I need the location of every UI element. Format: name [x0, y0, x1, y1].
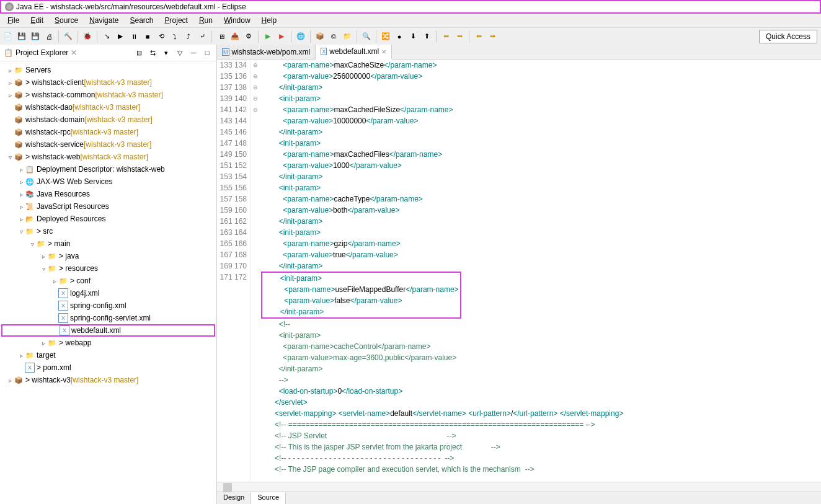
- expand-icon[interactable]: ▿: [40, 265, 47, 272]
- step-over-icon[interactable]: ⤴: [183, 31, 194, 42]
- tree-item[interactable]: ▹📋Deployment Descriptor: wishstack-web: [1, 163, 215, 175]
- code-line[interactable]: <param-name>cacheControl</param-name>: [262, 341, 821, 352]
- menu-navigate[interactable]: Navigate: [84, 15, 123, 26]
- code-line[interactable]: <!-- - - - - - - - - - - - - - - - - - -…: [262, 453, 821, 464]
- new-folder-icon[interactable]: 📁: [342, 31, 353, 42]
- bottom-tab-design[interactable]: Design: [217, 492, 251, 504]
- forward-icon[interactable]: ➡: [454, 31, 465, 42]
- tree-item[interactable]: Xspring-config-servlet.xml: [1, 312, 215, 324]
- quick-access-field[interactable]: Quick Access: [759, 30, 817, 43]
- tree-item[interactable]: ▿📦> wishstack-web [wishtack-v3 master]: [1, 151, 215, 163]
- code-line[interactable]: <param-value>256000000</param-value>: [262, 71, 821, 82]
- code-line[interactable]: <load-on-startup>0</load-on-startup>: [262, 386, 821, 397]
- code-line[interactable]: <param-name>gzip</param-name>: [262, 238, 821, 249]
- new-server-icon[interactable]: 🌐: [295, 31, 306, 42]
- scrollbar-thumb[interactable]: [223, 483, 232, 492]
- code-line[interactable]: </init-param>: [262, 363, 821, 374]
- menu-window[interactable]: Window: [219, 15, 255, 26]
- skip-icon[interactable]: ↘: [101, 31, 112, 42]
- code-line[interactable]: <param-value>1000</param-value>: [262, 160, 821, 171]
- expand-icon[interactable]: ▹: [17, 166, 25, 173]
- expand-icon[interactable]: ▹: [17, 191, 25, 198]
- tree-item[interactable]: 📦wishstack-rpc [wishtack-v3 master]: [1, 126, 215, 138]
- nav-forward-icon[interactable]: ➡: [487, 31, 498, 42]
- git-commit-icon[interactable]: ●: [394, 31, 405, 42]
- tree-item[interactable]: X> pom.xml: [1, 361, 215, 374]
- editor-tab[interactable]: Mwishstack-web/pom.xml: [217, 45, 316, 59]
- code-line[interactable]: <param-name>maxCachedFileSize</param-nam…: [262, 104, 821, 115]
- print-icon[interactable]: 🖨: [43, 31, 55, 42]
- code-line[interactable]: <init-param>: [262, 330, 821, 341]
- focus-icon[interactable]: ▾: [161, 47, 172, 58]
- gear-icon[interactable]: ⚙: [243, 31, 254, 42]
- server-icon[interactable]: 🖥: [216, 31, 227, 42]
- tree-item[interactable]: ▹📁target: [1, 349, 215, 361]
- tree-item[interactable]: 📦wishstack-service [wishtack-v3 master]: [1, 138, 215, 151]
- tree-item[interactable]: ▿📁> resources: [1, 262, 215, 275]
- expand-icon[interactable]: ▹: [17, 216, 25, 223]
- tree-item[interactable]: ▿📁> src: [1, 225, 215, 237]
- code-content[interactable]: <param-name>maxCacheSize</param-name> <p…: [260, 60, 821, 482]
- debug-icon[interactable]: 🐞: [82, 31, 93, 42]
- tree-item[interactable]: Xwebdefault.xml: [1, 324, 215, 337]
- git-icon[interactable]: 🔀: [380, 31, 391, 42]
- code-line[interactable]: <param-value>10000000</param-value>: [262, 115, 821, 126]
- code-line[interactable]: <init-param>: [262, 227, 821, 238]
- step-into-icon[interactable]: ⤵: [169, 31, 180, 42]
- code-line[interactable]: <param-value>true</param-value>: [262, 249, 821, 260]
- expand-icon[interactable]: ▹: [17, 203, 25, 210]
- run-last-icon[interactable]: ▶: [276, 31, 287, 42]
- search-icon[interactable]: 🔍: [361, 31, 372, 42]
- code-line[interactable]: <!--: [262, 319, 821, 330]
- expand-icon[interactable]: ▹: [6, 79, 14, 86]
- tree-item[interactable]: ▹📁> java: [1, 250, 215, 262]
- menu-project[interactable]: Project: [160, 15, 193, 26]
- code-editor[interactable]: 133 134 135 136 137 138 139 140 141 142 …: [217, 60, 821, 482]
- tree-item[interactable]: ▹📁Servers: [1, 64, 215, 76]
- stop-icon[interactable]: ■: [142, 31, 153, 42]
- tree-item[interactable]: ▿📁> main: [1, 237, 215, 250]
- horizontal-scrollbar[interactable]: [217, 482, 821, 492]
- tree-item[interactable]: ▹🌐JAX-WS Web Services: [1, 175, 215, 188]
- expand-icon[interactable]: ▿: [6, 154, 14, 161]
- save-icon[interactable]: 💾: [16, 31, 27, 42]
- new-package-icon[interactable]: 📦: [314, 31, 326, 42]
- tree-item[interactable]: 📦wishstack-domain [wishtack-v3 master]: [1, 113, 215, 126]
- code-line[interactable]: <!-- This is the jasper JSP servlet from…: [262, 441, 821, 453]
- tree-item[interactable]: ▹📦> wishtack-v3 [wishtack-v3 master]: [1, 374, 215, 386]
- menu-search[interactable]: Search: [125, 15, 158, 26]
- menu-source[interactable]: Source: [50, 15, 83, 26]
- resume-icon[interactable]: ▶: [115, 31, 126, 42]
- tree-item[interactable]: 📦wishstack-dao [wishtack-v3 master]: [1, 101, 215, 113]
- pause-icon[interactable]: ⏸: [128, 31, 140, 42]
- git-push-icon[interactable]: ⬆: [421, 31, 432, 42]
- code-line[interactable]: </init-param>: [262, 82, 821, 93]
- code-line[interactable]: </init-param>: [264, 306, 459, 317]
- git-pull-icon[interactable]: ⬇: [407, 31, 419, 42]
- menu-run[interactable]: Run: [194, 15, 218, 26]
- link-editor-icon[interactable]: ⇆: [147, 47, 158, 58]
- code-line[interactable]: <init-param>: [262, 93, 821, 104]
- maximize-icon[interactable]: □: [202, 47, 213, 58]
- expand-icon[interactable]: ▹: [6, 377, 14, 384]
- tree-item[interactable]: ▹📦> wishstack-common [wishtack-v3 master…: [1, 89, 215, 101]
- code-line[interactable]: <init-param>: [262, 182, 821, 193]
- tree-item[interactable]: ▹📂Deployed Resources: [1, 213, 215, 225]
- run-icon[interactable]: ▶: [262, 31, 273, 42]
- build-icon[interactable]: 🔨: [63, 31, 74, 42]
- project-tree[interactable]: ▹📁Servers▹📦> wishstack-client [wishtack-…: [0, 61, 216, 504]
- expand-icon[interactable]: ▹: [6, 67, 14, 74]
- save-all-icon[interactable]: 💾: [30, 31, 41, 42]
- code-line[interactable]: <param-name>useFileMappedBuffer</param-n…: [264, 284, 459, 295]
- code-line[interactable]: <param-value>max-age=3600,public</param-…: [262, 352, 821, 363]
- tree-item[interactable]: Xspring-config.xml: [1, 299, 215, 312]
- code-line[interactable]: <!-- JSP Servlet -->: [262, 430, 821, 441]
- tree-item[interactable]: Xlog4j.xml: [1, 287, 215, 299]
- tree-item[interactable]: ▹📁> conf: [1, 275, 215, 287]
- code-line[interactable]: <!-- The JSP page compiler and execution…: [262, 464, 821, 475]
- expand-icon[interactable]: ▿: [29, 241, 36, 247]
- back-icon[interactable]: ⬅: [440, 31, 451, 42]
- menu-help[interactable]: Help: [257, 15, 282, 26]
- expand-icon[interactable]: ▿: [17, 228, 25, 235]
- collapse-all-icon[interactable]: ⊟: [133, 47, 144, 58]
